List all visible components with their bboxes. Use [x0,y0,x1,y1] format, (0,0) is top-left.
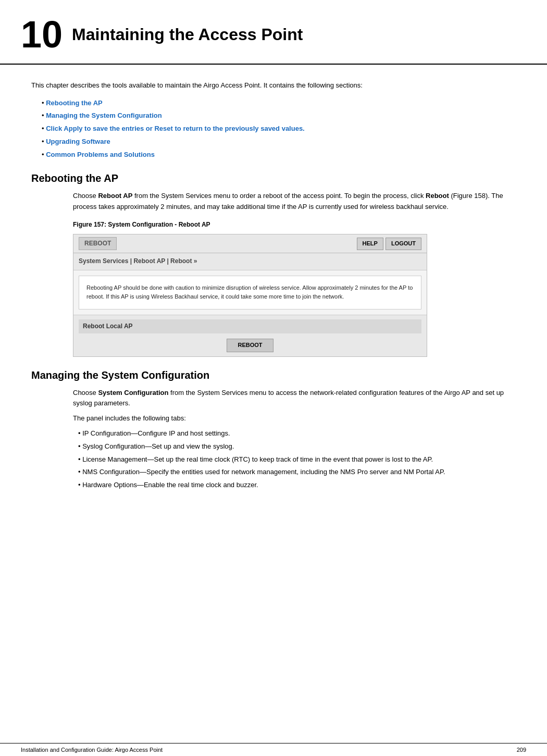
reboot-bold: Reboot [426,192,449,200]
ss-breadcrumb: System Services | Reboot AP | Reboot » [73,253,427,270]
chapter-header: 10 Maintaining the Access Point [0,0,547,65]
tabs-list: IP Configuration—Configure IP and host s… [78,428,516,491]
tab-item-1-label: IP Configuration—Configure IP and host s… [82,429,230,437]
ss-reboot-button[interactable]: REBOOT [227,339,273,352]
section-heading-reboot: Rebooting the AP [31,172,516,184]
screenshot-reboot: REBOOT HELP LOGOUT System Services | Reb… [73,234,427,356]
ss-content-area: Rebooting AP should be done with caution… [79,276,421,309]
tab-item-5: Hardware Options—Enable the real time cl… [78,480,516,491]
ss-content-text: Rebooting AP should be done with caution… [86,283,414,302]
ss-reboot-section-label: Reboot Local AP [79,319,421,333]
reboot-description: Choose Reboot AP from the System Service… [73,191,516,213]
ss-help-button[interactable]: HELP [357,238,383,250]
toc-link-3[interactable]: Click Apply to save the entries or Reset… [46,125,305,132]
section-body-reboot: Choose Reboot AP from the System Service… [73,191,516,356]
tab-item-2-label: Syslog Configuration—Set up and view the… [82,442,234,450]
toc-item-5[interactable]: Common Problems and Solutions [42,150,516,160]
page-footer: Installation and Configuration Guide: Ai… [0,743,547,756]
toc-link-2[interactable]: Managing the System Configuration [46,111,161,119]
toc-list: Rebooting the AP Managing the System Con… [42,98,516,160]
intro-paragraph: This chapter describes the tools availab… [31,80,516,91]
tab-item-3-label: License Management—Set up the real time … [82,455,433,463]
tab-item-5-label: Hardware Options—Enable the real time cl… [82,481,258,489]
chapter-number: 10 [21,16,63,53]
ss-reboot-btn-row: REBOOT [79,339,421,352]
tab-item-4-label: NMS Configuration—Specify the entities u… [82,468,445,476]
section-heading-managing: Managing the System Configuration [31,369,516,381]
managing-description: Choose System Configuration from the Sys… [73,388,516,410]
ss-logout-button[interactable]: LOGOUT [386,238,421,250]
section-body-managing: Choose System Configuration from the Sys… [73,388,516,491]
toc-link-5[interactable]: Common Problems and Solutions [46,151,155,158]
toc-item-4[interactable]: Upgrading Software [42,137,516,147]
toc-link-1[interactable]: Rebooting the AP [46,99,103,107]
figure-label: Figure 157: System Configuration - Reboo… [73,220,516,230]
tabs-intro: The panel includes the following tabs: [73,413,516,424]
tab-item-1: IP Configuration—Configure IP and host s… [78,428,516,439]
ss-footer: Reboot Local AP REBOOT [73,315,427,356]
main-content: This chapter describes the tools availab… [0,65,547,511]
toc-item-2[interactable]: Managing the System Configuration [42,110,516,121]
ss-topbar: REBOOT HELP LOGOUT [73,234,427,253]
system-config-bold: System Configuration [98,389,168,396]
ss-reboot-tab: REBOOT [79,237,117,250]
reboot-ap-bold: Reboot AP [98,192,132,200]
footer-left: Installation and Configuration Guide: Ai… [21,747,163,753]
chapter-title: Maintaining the Access Point [72,16,303,44]
footer-right: 209 [517,747,526,753]
tab-item-2: Syslog Configuration—Set up and view the… [78,441,516,452]
tab-item-4: NMS Configuration—Specify the entities u… [78,467,516,478]
toc-item-1[interactable]: Rebooting the AP [42,98,516,109]
ss-top-buttons: HELP LOGOUT [357,238,421,250]
toc-item-3[interactable]: Click Apply to save the entries or Reset… [42,123,516,134]
tab-item-3: License Management—Set up the real time … [78,454,516,465]
toc-link-4[interactable]: Upgrading Software [46,138,110,145]
